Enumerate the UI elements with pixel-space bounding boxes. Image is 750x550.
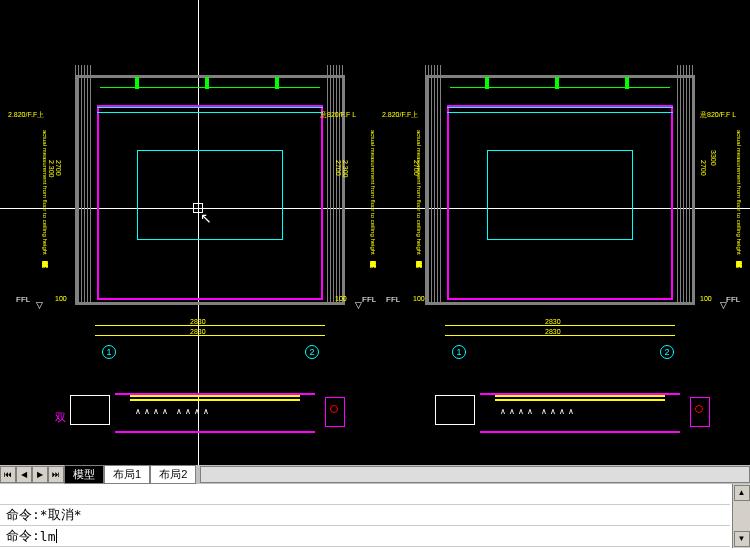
ffl-label: FFL — [726, 295, 740, 304]
dim-line-h — [445, 325, 675, 326]
level-label: 2.820/F.F上 — [8, 110, 44, 120]
scroll-down-button[interactable]: ▼ — [734, 531, 750, 547]
hanger — [625, 77, 629, 89]
drawing-canvas[interactable]: ↖ 2.820/F.F上 actual measurement from flo… — [0, 0, 750, 465]
red-circle — [695, 405, 703, 413]
tab-layout2[interactable]: 布局2 — [150, 465, 196, 484]
ceiling-panel — [487, 150, 633, 240]
grid-bubble: 1 — [102, 345, 116, 359]
red-circle — [330, 405, 338, 413]
section-right — [425, 75, 695, 315]
hanger — [135, 77, 139, 89]
dim-height: 2.300 — [342, 160, 349, 178]
dim-width: 2830 — [545, 318, 561, 325]
dim-width: 2830 — [190, 328, 206, 335]
tab-layout1[interactable]: 布局1 — [104, 465, 150, 484]
cmd-text: *取消* — [40, 506, 82, 524]
dim-small: 100 — [335, 295, 347, 302]
grid-bubble: 2 — [660, 345, 674, 359]
detail-right: ∧∧∧∧ ∧∧∧∧ — [415, 385, 725, 445]
hscroll-track[interactable] — [200, 466, 750, 483]
ffl-label: FFL — [386, 295, 400, 304]
tab-next-button[interactable]: ▶ — [32, 466, 48, 483]
zigzag: ∧∧∧∧ ∧∧∧∧ — [135, 407, 212, 416]
level-label: 2.820/F.F上 — [382, 110, 418, 120]
dim-height: 2.300 — [48, 160, 55, 178]
command-history-line — [0, 484, 730, 505]
hanger — [555, 77, 559, 89]
detail-left: 双 ∧∧∧∧ ∧∧∧∧ — [50, 385, 360, 445]
tab-last-button[interactable]: ⏭ — [48, 466, 64, 483]
note-vertical: actual measurement from floor to ceiling… — [24, 130, 48, 256]
dim-width: 2830 — [545, 328, 561, 335]
grid-bubble: 1 — [452, 345, 466, 359]
cmd-prompt: 命令: — [6, 527, 40, 545]
note-vertical: actual measurement from floor to ceiling… — [718, 130, 742, 256]
dim-line-h — [95, 335, 325, 336]
tab-model[interactable]: 模型 — [64, 465, 104, 484]
dim-line-h — [445, 335, 675, 336]
dim-height: 2700 — [55, 160, 62, 176]
dim-height: 2700 — [335, 160, 342, 176]
hanger — [275, 77, 279, 89]
cmd-prompt: 命令: — [6, 506, 40, 524]
yellow-bar — [495, 399, 665, 401]
command-scrollbar[interactable]: ▲ ▼ — [732, 484, 750, 548]
section-left — [75, 75, 345, 315]
text-caret — [56, 529, 57, 543]
note-vertical: actual measurement from floor to ceiling… — [398, 130, 422, 256]
hanger — [485, 77, 489, 89]
dim-height: 3300 — [710, 150, 717, 166]
level-symbol: ▽ — [36, 300, 43, 310]
ceiling-panel — [137, 150, 283, 240]
scroll-up-button[interactable]: ▲ — [734, 485, 750, 501]
dim-height: 2700 — [413, 160, 420, 176]
detail-text: 双 — [55, 410, 66, 425]
dim-width: 2830 — [190, 318, 206, 325]
level-symbol: ▽ — [355, 300, 362, 310]
detail-box — [70, 395, 110, 425]
dim-height: 2700 — [700, 160, 707, 176]
level-label: 意820/F.F L — [700, 110, 736, 120]
level-label: 意820/F.F L — [320, 110, 356, 120]
note-vertical: actual measurement from floor to ceiling… — [352, 130, 376, 256]
tab-bar: ⏮ ◀ ▶ ⏭ 模型 布局1 布局2 — [0, 465, 750, 484]
ffl-label: FFL — [16, 295, 30, 304]
level-symbol: ▽ — [720, 300, 727, 310]
zigzag: ∧∧∧∧ ∧∧∧∧ — [500, 407, 577, 416]
hanger — [205, 77, 209, 89]
yellow-bar — [130, 399, 300, 401]
cmd-input-text: lm — [40, 529, 56, 544]
dim-small: 100 — [700, 295, 712, 302]
command-area: 命令: *取消* 命令: lm ▲ ▼ — [0, 484, 750, 550]
detail-box — [435, 395, 475, 425]
ffl-label: FFL — [362, 295, 376, 304]
yellow-bar — [495, 395, 665, 397]
ceiling-line — [97, 107, 323, 113]
dim-small: 100 — [55, 295, 67, 302]
yellow-bar — [130, 395, 300, 397]
dim-line-h — [95, 325, 325, 326]
beam-line — [450, 87, 670, 88]
tab-first-button[interactable]: ⏮ — [0, 466, 16, 483]
beam-line — [100, 87, 320, 88]
tab-prev-button[interactable]: ◀ — [16, 466, 32, 483]
command-history-line: 命令: *取消* — [0, 505, 730, 526]
command-input-line[interactable]: 命令: lm — [0, 526, 730, 547]
dim-small: 100 — [413, 295, 425, 302]
grid-bubble: 2 — [305, 345, 319, 359]
ceiling-line — [447, 107, 673, 113]
